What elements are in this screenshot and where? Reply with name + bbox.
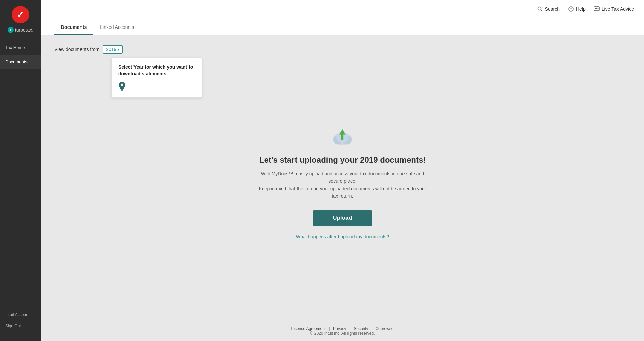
license-link[interactable]: License Agreement xyxy=(291,326,326,331)
help-icon: ? xyxy=(568,6,574,12)
turbotax-logo-circle: ✓ xyxy=(12,6,29,23)
topbar: Search ? Help Live Tax Advice xyxy=(41,0,644,18)
live-tax-label: Live Tax Advice xyxy=(602,6,634,12)
turbotax-brand-icon: t xyxy=(8,27,14,33)
sidebar-item-documents[interactable]: Documents xyxy=(0,55,41,69)
tab-linked-accounts[interactable]: Linked Accounts xyxy=(93,20,141,35)
svg-point-5 xyxy=(595,8,596,9)
footer-divider-1: | xyxy=(329,326,330,331)
sidebar-item-sign-out[interactable]: Sign Out xyxy=(0,321,41,331)
upload-heading: Let's start uploading your 2019 document… xyxy=(259,155,426,165)
cobrowse-link[interactable]: Cobrowse xyxy=(375,326,393,331)
upload-info-link[interactable]: What happens after I upload my documents… xyxy=(296,234,389,239)
checkmark-icon: ✓ xyxy=(17,10,24,20)
sidebar-item-intuit-account[interactable]: Intuit Account xyxy=(0,309,41,320)
footer-copyright: © 2020 Intuit Inc. All rights reserved. xyxy=(46,331,639,336)
upload-subtext-line2: Keep in mind that the info on your uploa… xyxy=(259,185,426,200)
tooltip-title: Select Year for which you want to downlo… xyxy=(118,64,195,77)
svg-point-8 xyxy=(121,84,123,86)
footer: License Agreement | Privacy | Security |… xyxy=(41,321,644,341)
content-area: View documents from: 2019 ▾ Select Year … xyxy=(41,35,644,341)
tooltip-pin-icon xyxy=(118,82,195,91)
footer-links: License Agreement | Privacy | Security |… xyxy=(46,326,639,331)
turbotax-logo: t turbotax. xyxy=(8,27,33,33)
help-label: Help xyxy=(576,6,586,12)
search-button[interactable]: Search xyxy=(537,6,560,12)
sidebar-navigation: Tax Home Documents xyxy=(0,40,41,69)
main-area: Search ? Help Live Tax Advice xyxy=(41,0,644,341)
sidebar: ✓ t turbotax. Tax Home Documents Intuit … xyxy=(0,0,41,341)
footer-divider-2: | xyxy=(350,326,351,331)
live-tax-advice-button[interactable]: Live Tax Advice xyxy=(594,6,634,12)
year-tooltip: Select Year for which you want to downlo… xyxy=(111,58,202,98)
live-tax-icon xyxy=(594,6,600,12)
sidebar-bottom: Intuit Account Sign Out xyxy=(0,309,41,331)
help-button[interactable]: ? Help xyxy=(568,6,586,12)
upload-subtext: With MyDocs™, easily upload and access y… xyxy=(259,170,426,200)
sidebar-item-tax-home[interactable]: Tax Home xyxy=(0,40,41,55)
upload-subtext-line1: With MyDocs™, easily upload and access y… xyxy=(259,170,426,185)
upload-button[interactable]: Upload xyxy=(313,210,372,226)
search-icon xyxy=(537,6,543,12)
sidebar-logo-area: ✓ t turbotax. xyxy=(0,0,41,37)
svg-point-6 xyxy=(596,8,597,9)
tabs-bar: Documents Linked Accounts xyxy=(41,18,644,35)
turbotax-brand-text: turbotax. xyxy=(15,27,33,33)
search-label: Search xyxy=(545,6,560,12)
privacy-link[interactable]: Privacy xyxy=(333,326,346,331)
svg-point-7 xyxy=(597,8,598,9)
footer-divider-3: | xyxy=(371,326,372,331)
cloud-upload-icon xyxy=(329,125,356,149)
svg-line-1 xyxy=(541,10,542,11)
tab-documents[interactable]: Documents xyxy=(54,20,93,35)
security-link[interactable]: Security xyxy=(354,326,368,331)
svg-text:?: ? xyxy=(570,7,572,11)
